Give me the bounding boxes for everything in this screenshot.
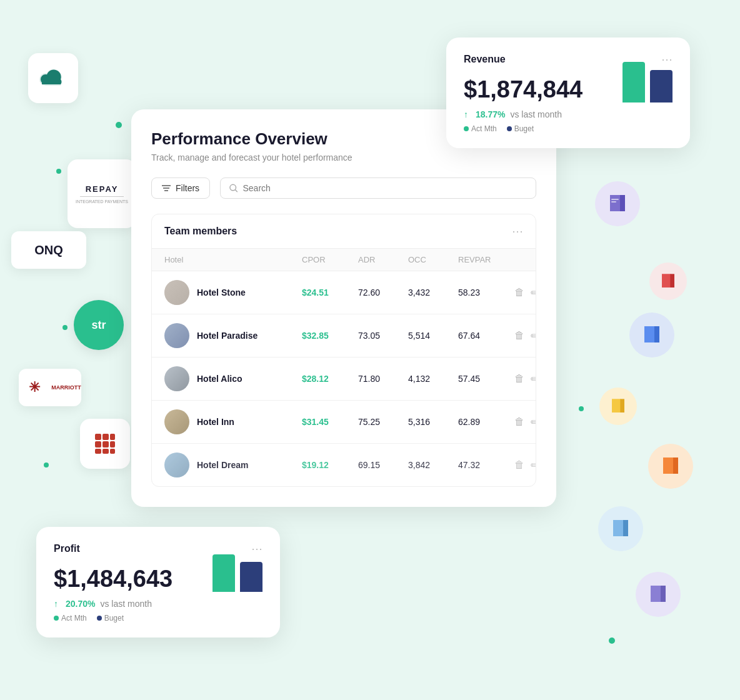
book-icon-lightblue-circle bbox=[598, 506, 643, 551]
svg-rect-5 bbox=[110, 434, 115, 440]
search-bar bbox=[220, 178, 536, 199]
search-input[interactable] bbox=[243, 183, 528, 193]
edit-button-4[interactable]: ✏ bbox=[531, 459, 536, 471]
delete-button-1[interactable]: 🗑 bbox=[514, 330, 524, 341]
col-occ: OCC bbox=[408, 255, 458, 264]
edit-button-2[interactable]: ✏ bbox=[531, 373, 536, 385]
adr-3: 75.25 bbox=[358, 417, 408, 427]
hotel-cell-3: Hotel Inn bbox=[164, 409, 302, 434]
revenue-trend-icon: ↑ bbox=[464, 109, 468, 119]
svg-rect-6 bbox=[95, 441, 101, 448]
svg-rect-9 bbox=[95, 449, 101, 454]
svg-rect-11 bbox=[110, 449, 115, 454]
legend-dot-buget bbox=[507, 126, 512, 131]
book-icon-purple-bottom bbox=[636, 572, 681, 617]
svg-line-18 bbox=[236, 190, 238, 192]
column-headers: Hotel CPOR ADR OCC REVPAR bbox=[152, 249, 536, 271]
actions-0: 🗑 ✏ bbox=[514, 287, 536, 299]
actions-3: 🗑 ✏ bbox=[514, 416, 536, 428]
table-header: Team members ⋯ bbox=[152, 214, 536, 249]
hotel-avatar-1 bbox=[164, 323, 189, 348]
table-row: Hotel Inn $31.45 75.25 5,316 62.89 🗑 ✏ bbox=[152, 401, 536, 444]
hotel-cell-1: Hotel Paradise bbox=[164, 323, 302, 348]
profit-bar-act bbox=[212, 554, 235, 592]
profit-bar-chart bbox=[212, 542, 262, 592]
hotel-avatar-0 bbox=[164, 280, 189, 305]
edit-button-0[interactable]: ✏ bbox=[531, 287, 536, 299]
adr-0: 72.60 bbox=[358, 288, 408, 298]
cpor-4: $19.12 bbox=[302, 460, 358, 470]
book-icon-yellow bbox=[599, 388, 637, 425]
adr-4: 69.15 bbox=[358, 460, 408, 470]
revpar-1: 67.64 bbox=[458, 331, 514, 341]
actions-1: 🗑 ✏ bbox=[514, 330, 536, 342]
onq-logo-text: ONQ bbox=[34, 243, 63, 258]
revenue-bar-buget bbox=[650, 70, 672, 102]
hotel-avatar-2 bbox=[164, 366, 189, 391]
edit-button-3[interactable]: ✏ bbox=[531, 416, 536, 428]
profit-legend-buget: Buget bbox=[104, 614, 124, 622]
hotel-cell-0: Hotel Stone bbox=[164, 280, 302, 305]
occ-4: 3,842 bbox=[408, 460, 458, 470]
performance-overview-card: Performance Overview Track, manage and f… bbox=[131, 109, 556, 507]
delete-button-3[interactable]: 🗑 bbox=[514, 416, 524, 428]
cpor-2: $28.12 bbox=[302, 374, 358, 384]
str-brand-card: str bbox=[74, 300, 124, 350]
occ-2: 4,132 bbox=[408, 374, 458, 384]
legend-dot-act bbox=[464, 126, 469, 131]
waffle-brand-card bbox=[80, 419, 130, 469]
col-revpar: REVPAR bbox=[458, 255, 514, 264]
cpor-0: $24.51 bbox=[302, 288, 358, 298]
filter-button[interactable]: Filters bbox=[151, 178, 210, 199]
svg-rect-10 bbox=[102, 449, 109, 454]
cloud-brand-card bbox=[28, 53, 78, 103]
edit-button-1[interactable]: ✏ bbox=[531, 330, 536, 342]
revenue-change-label: vs last month bbox=[510, 109, 561, 119]
col-adr: ADR bbox=[358, 255, 408, 264]
adr-2: 71.80 bbox=[358, 374, 408, 384]
table-row: Hotel Stone $24.51 72.60 3,432 58.23 🗑 ✏ bbox=[152, 271, 536, 314]
svg-rect-1 bbox=[42, 79, 61, 84]
revenue-legend-act: Act Mth bbox=[471, 124, 497, 133]
svg-rect-4 bbox=[102, 434, 109, 440]
hotel-avatar-4 bbox=[164, 452, 189, 478]
hotel-cell-2: Hotel Alico bbox=[164, 366, 302, 391]
hotel-name-3: Hotel Inn bbox=[197, 417, 234, 427]
revenue-bar-act bbox=[622, 62, 645, 102]
toolbar: Filters bbox=[151, 178, 536, 199]
delete-button-4[interactable]: 🗑 bbox=[514, 459, 524, 471]
profit-change-label: vs last month bbox=[100, 599, 151, 609]
svg-rect-12 bbox=[611, 199, 619, 200]
profit-card: Profit ⋯ $1,484,643 ↑ 20.70% vs last mon… bbox=[36, 527, 280, 638]
repay-tagline: INTEGRATED PAYMENTS bbox=[76, 199, 128, 204]
col-hotel: Hotel bbox=[164, 255, 302, 264]
occ-0: 3,432 bbox=[408, 288, 458, 298]
table-menu-button[interactable]: ⋯ bbox=[512, 224, 523, 238]
revpar-2: 57.45 bbox=[458, 374, 514, 384]
profit-legend-act: Act Mth bbox=[61, 614, 87, 622]
svg-rect-3 bbox=[95, 434, 101, 440]
book-icon-blue-circle bbox=[629, 312, 674, 358]
page-subtitle: Track, manage and forecast your hotel pe… bbox=[151, 152, 536, 162]
hotel-cell-4: Hotel Dream bbox=[164, 452, 302, 478]
revpar-3: 62.89 bbox=[458, 417, 514, 427]
revenue-title: Revenue bbox=[464, 54, 506, 65]
repay-brand-card: REPAY INTEGRATED PAYMENTS bbox=[68, 159, 136, 228]
actions-2: 🗑 ✏ bbox=[514, 373, 536, 385]
delete-button-0[interactable]: 🗑 bbox=[514, 287, 524, 298]
team-table: Team members ⋯ Hotel CPOR ADR OCC REVPAR… bbox=[151, 214, 536, 487]
marriott-brand-card: ✳ MARRIOTT bbox=[19, 369, 81, 406]
delete-button-2[interactable]: 🗑 bbox=[514, 373, 524, 384]
svg-rect-8 bbox=[110, 441, 115, 448]
actions-4: 🗑 ✏ bbox=[514, 459, 536, 471]
profit-change-pct: 20.70% bbox=[66, 599, 95, 609]
cpor-1: $32.85 bbox=[302, 331, 358, 341]
table-title: Team members bbox=[164, 226, 512, 237]
col-actions bbox=[514, 255, 536, 264]
profit-bar-buget bbox=[240, 562, 262, 592]
table-row: Hotel Dream $19.12 69.15 3,842 47.32 🗑 ✏ bbox=[152, 444, 536, 486]
col-cpor: CPOR bbox=[302, 255, 358, 264]
hotel-name-0: Hotel Stone bbox=[197, 288, 246, 298]
revpar-4: 47.32 bbox=[458, 460, 514, 470]
onq-brand-card: ONQ bbox=[11, 231, 86, 269]
